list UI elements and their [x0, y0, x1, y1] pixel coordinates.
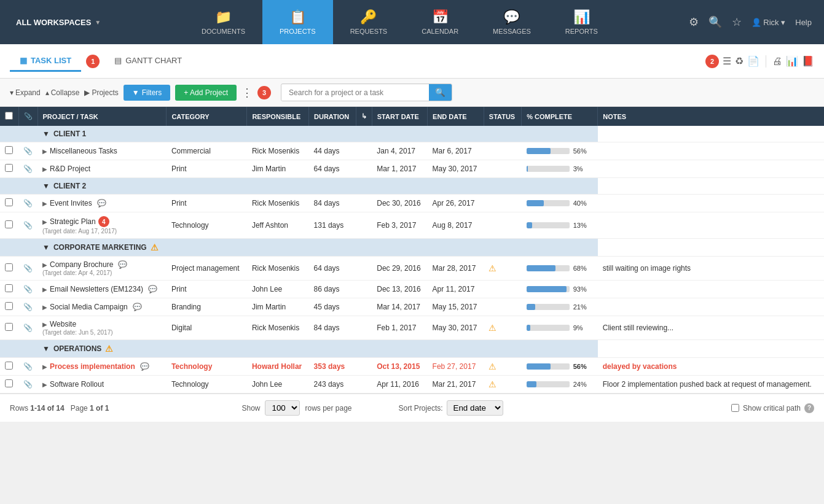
row-responsible: Howard Hollar: [247, 358, 309, 376]
projects-link[interactable]: ▶ Projects: [84, 88, 118, 97]
collapse-link[interactable]: ▴ Collapse: [45, 88, 80, 97]
status-warn-icon: ⚠: [489, 379, 496, 389]
nav-item-requests[interactable]: 🔑REQUESTS: [333, 0, 405, 44]
task-name-label: Email Newsletters (EM1234): [50, 285, 143, 293]
print-icon[interactable]: 🖨: [772, 56, 782, 67]
chat-icon[interactable]: 💬: [148, 285, 157, 293]
chat-icon[interactable]: 💬: [118, 260, 127, 269]
tab-task-list[interactable]: ▦ TASK LIST: [10, 51, 81, 72]
task-name-label: R&D Project: [50, 165, 90, 173]
pct-label: 40%: [573, 200, 591, 207]
footer-rows-info: Rows 1-14 of 14 Page 1 of 1: [10, 404, 109, 413]
star-icon[interactable]: ☆: [732, 15, 742, 29]
nav-item-documents[interactable]: 📁DOCUMENTS: [184, 0, 262, 44]
row-notes: [598, 160, 824, 178]
task-expand-icon[interactable]: ▶: [42, 219, 47, 225]
task-expand-icon[interactable]: ▶: [42, 321, 47, 328]
nav-item-messages[interactable]: 💬MESSAGES: [476, 0, 548, 44]
task-expand-icon[interactable]: ▶: [42, 166, 47, 173]
task-name-label: Company Brochure: [50, 260, 113, 269]
workspace-selector[interactable]: ALL WORKSPACES ▼: [6, 18, 111, 27]
row-checkbox[interactable]: [5, 220, 13, 228]
calendar-icon: 📅: [432, 9, 449, 25]
row-dep: [356, 142, 372, 160]
add-project-button[interactable]: + Add Project: [175, 85, 237, 101]
projects-table: 📎 PROJECT / TASK CATEGORY RESPONSIBLE DU…: [0, 107, 824, 394]
group-attach-cell: [18, 126, 37, 142]
nav-item-projects[interactable]: 📋PROJECTS: [262, 0, 333, 44]
rows-per-page-select[interactable]: 100 50 25: [265, 400, 300, 416]
pct-label: 3%: [573, 165, 591, 173]
excel-icon[interactable]: 📊: [786, 55, 798, 67]
settings-icon[interactable]: ⚙: [689, 15, 699, 29]
row-responsible: Rick Mosenkis: [247, 316, 309, 340]
help-link[interactable]: Help: [795, 18, 812, 27]
row-end-date: May 30, 2017: [428, 316, 484, 340]
row-checkbox[interactable]: [5, 379, 13, 387]
row-checkbox[interactable]: [5, 362, 13, 370]
task-expand-icon[interactable]: ▶: [42, 262, 47, 268]
help-tooltip-icon[interactable]: ?: [804, 403, 814, 413]
documents-label: DOCUMENTS: [202, 28, 245, 35]
group-collapse-icon[interactable]: ▼: [42, 130, 50, 138]
nav-item-calendar[interactable]: 📅CALENDAR: [404, 0, 476, 44]
task-expand-icon[interactable]: ▶: [42, 286, 47, 293]
workspace-label: ALL WORKSPACES: [16, 18, 91, 27]
select-all-checkbox[interactable]: [5, 112, 13, 120]
th-end-date: END DATE: [428, 107, 484, 126]
filter-button[interactable]: ▼ Filters: [124, 85, 171, 101]
user-menu[interactable]: 👤 Rick ▾: [751, 18, 786, 27]
progress-fill: [527, 200, 544, 206]
task-expand-icon[interactable]: ▶: [42, 148, 47, 155]
row-dep: [356, 160, 372, 178]
search-input[interactable]: [281, 85, 429, 101]
group-collapse-icon[interactable]: ▼: [42, 344, 50, 353]
row-status: [484, 212, 521, 239]
row-end-date: Apr 26, 2017: [428, 195, 484, 212]
row-notes: Client still reviewing...: [598, 316, 824, 340]
row-attach-cell: 📎: [18, 376, 37, 394]
requests-label: REQUESTS: [350, 28, 388, 35]
chat-icon[interactable]: 💬: [140, 362, 149, 371]
more-options-button[interactable]: ⋮: [241, 86, 253, 99]
group-label-cell: ▼ CLIENT 1: [37, 126, 598, 142]
nav-item-reports[interactable]: 📊REPORTS: [548, 0, 615, 44]
pdf-icon[interactable]: 📕: [802, 55, 814, 67]
row-checkbox[interactable]: [5, 263, 13, 271]
search-button[interactable]: 🔍: [429, 84, 452, 101]
task-expand-icon[interactable]: ▶: [42, 381, 47, 388]
task-name-label: Event Invites: [50, 199, 92, 207]
sort-select[interactable]: End date Start date Name: [447, 400, 503, 416]
group-collapse-icon[interactable]: ▼: [42, 243, 50, 252]
tab-gantt-chart[interactable]: ▤ GANTT CHART: [104, 51, 192, 72]
progress-fill: [527, 325, 530, 331]
row-checkbox[interactable]: [5, 164, 13, 172]
row-checkbox[interactable]: [5, 323, 13, 331]
refresh-icon[interactable]: ♻: [735, 55, 744, 67]
row-checkbox[interactable]: [5, 302, 13, 310]
row-checkbox[interactable]: [5, 198, 13, 206]
list-view-icon[interactable]: ☰: [723, 55, 731, 67]
document-icon[interactable]: 📄: [747, 55, 759, 67]
row-category: Technology: [167, 376, 247, 394]
search-nav-icon[interactable]: 🔍: [708, 15, 722, 29]
progress-fill: [527, 265, 556, 271]
row-checkbox[interactable]: [5, 146, 13, 154]
pct-label: 13%: [573, 222, 591, 229]
task-expand-icon[interactable]: ▶: [42, 363, 47, 370]
progress-fill: [527, 381, 537, 387]
workspace-arrow-icon: ▼: [95, 19, 101, 26]
chat-icon[interactable]: 💬: [133, 303, 142, 311]
row-attach-cell: 📎: [18, 195, 37, 212]
task-expand-icon[interactable]: ▶: [42, 200, 47, 207]
row-end-date: Mar 6, 2017: [428, 142, 484, 160]
row-checkbox[interactable]: [5, 284, 13, 292]
group-collapse-icon[interactable]: ▼: [42, 182, 50, 190]
projects-label: PROJECTS: [280, 28, 316, 35]
expand-link[interactable]: ▾ Expand: [10, 88, 41, 97]
task-expand-icon[interactable]: ▶: [42, 304, 47, 311]
critical-path-checkbox[interactable]: [731, 404, 739, 412]
chat-icon[interactable]: 💬: [97, 199, 106, 207]
row-checkbox-cell: [0, 195, 18, 212]
row-dep: [356, 316, 372, 340]
